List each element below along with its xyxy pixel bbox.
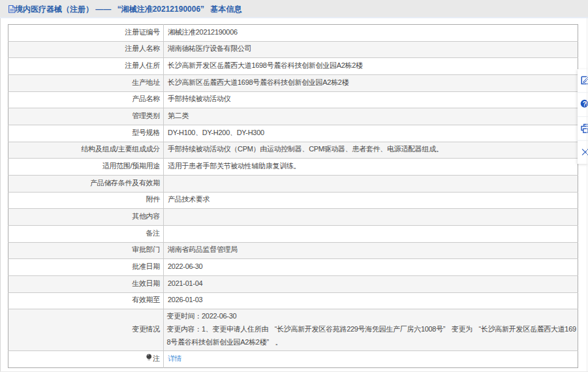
- svg-text:?: ?: [582, 100, 586, 107]
